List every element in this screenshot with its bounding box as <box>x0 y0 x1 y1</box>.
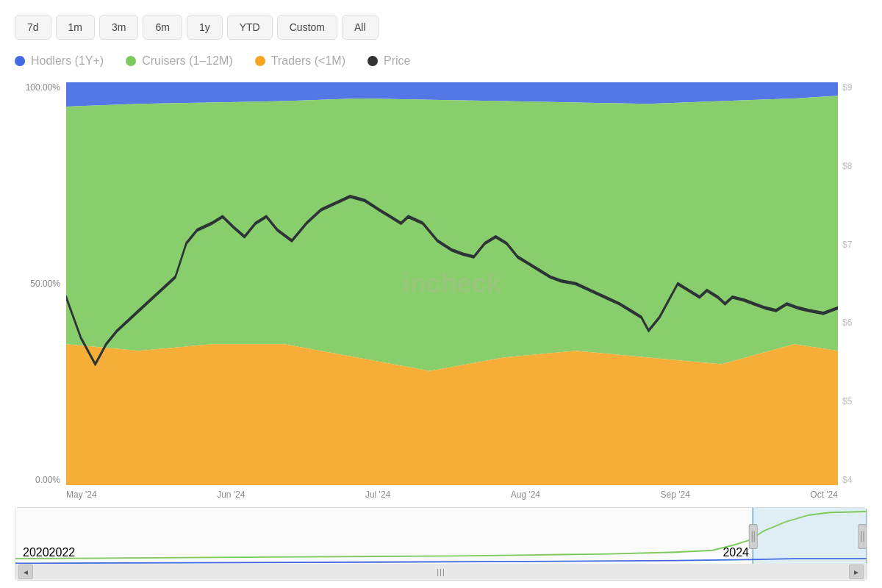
btn-ytd[interactable]: YTD <box>227 15 273 40</box>
y-label-100: 100.00% <box>15 82 60 93</box>
btn-1m[interactable]: 1m <box>56 15 95 40</box>
svg-rect-11 <box>858 525 867 549</box>
main-chart[interactable]: incheck <box>66 82 838 485</box>
price-label-9: $9 <box>842 82 867 93</box>
y-label-0: 0.00% <box>15 475 60 485</box>
legend-hodlers[interactable]: Hodlers (1Y+) <box>15 54 104 68</box>
y-axis-left: 100.00% 50.00% 0.00% <box>15 82 66 485</box>
btn-all[interactable]: All <box>342 15 379 40</box>
scroll-track[interactable]: ||| <box>33 564 849 579</box>
scroll-left-arrow[interactable]: ◄ <box>18 564 33 579</box>
x-axis: May '24 Jun '24 Jul '24 Aug '24 Sep '24 … <box>15 485 867 500</box>
navigator[interactable]: 2020 2022 2024 ◄ ||| ► <box>15 507 867 581</box>
x-label-may: May '24 <box>66 490 97 500</box>
chart-wrapper: 100.00% 50.00% 0.00% incheck <box>15 82 867 581</box>
y-axis-right: $9 $8 $7 $6 $5 $4 <box>838 82 867 485</box>
main-chart-area: 100.00% 50.00% 0.00% incheck <box>15 82 867 485</box>
hodlers-dot <box>15 56 25 66</box>
x-label-jun: Jun '24 <box>217 490 245 500</box>
price-dot <box>368 56 378 66</box>
chart-legend: Hodlers (1Y+) Cruisers (1–12M) Traders (… <box>15 54 867 68</box>
x-label-sep: Sep '24 <box>661 490 690 500</box>
scroll-bar: ◄ ||| ► <box>15 564 867 580</box>
legend-traders[interactable]: Traders (<1M) <box>255 54 345 68</box>
x-label-jul: Jul '24 <box>365 490 390 500</box>
scroll-right-arrow[interactable]: ► <box>849 564 864 579</box>
x-label-oct: Oct '24 <box>810 490 838 500</box>
btn-6m[interactable]: 6m <box>143 15 182 40</box>
btn-3m[interactable]: 3m <box>99 15 138 40</box>
cruisers-label: Cruisers (1–12M) <box>142 54 233 68</box>
price-label-8: $8 <box>842 161 867 171</box>
price-label: Price <box>384 54 410 68</box>
cruisers-dot <box>126 56 136 66</box>
btn-7d[interactable]: 7d <box>15 15 51 40</box>
hodlers-label: Hodlers (1Y+) <box>31 54 104 68</box>
price-label-7: $7 <box>842 240 867 250</box>
svg-rect-5 <box>753 508 867 565</box>
price-label-4: $4 <box>842 475 867 485</box>
legend-cruisers[interactable]: Cruisers (1–12M) <box>126 54 233 68</box>
price-label-5: $5 <box>842 396 867 406</box>
price-label-6: $6 <box>842 318 867 328</box>
traders-dot <box>255 56 265 66</box>
y-label-50: 50.00% <box>15 279 60 289</box>
time-range-selector: 7d 1m 3m 6m 1y YTD Custom All <box>15 15 867 40</box>
legend-price[interactable]: Price <box>368 54 410 68</box>
btn-custom[interactable]: Custom <box>277 15 337 40</box>
traders-label: Traders (<1M) <box>271 54 345 68</box>
svg-rect-8 <box>749 525 757 549</box>
btn-1y[interactable]: 1y <box>187 15 223 40</box>
x-label-aug: Aug '24 <box>511 490 540 500</box>
